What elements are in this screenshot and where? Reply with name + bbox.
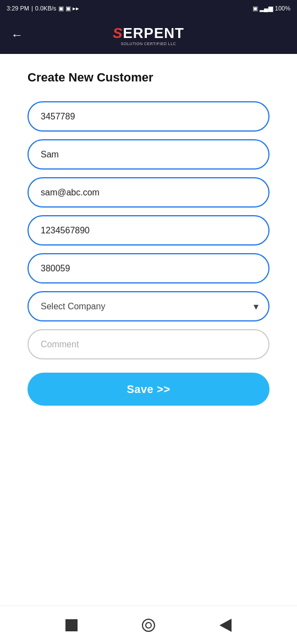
status-signal: ▣ ▂▄▆ — [252, 5, 273, 12]
back-nav-button[interactable] — [216, 615, 235, 635]
logo-s: S — [113, 25, 123, 41]
logo-main: ERPENT — [123, 25, 184, 41]
status-bar: 3:29 PM | 0.0KB/s ▣ ▣ ▸▸ ▣ ▂▄▆ 100% — [0, 0, 297, 17]
status-data: 0.0KB/s — [35, 5, 57, 12]
form-container: Select Company ▾ Save >> — [28, 101, 270, 406]
customer-id-field[interactable] — [28, 101, 270, 132]
save-button[interactable]: Save >> — [28, 373, 270, 406]
company-select-wrapper: Select Company ▾ — [28, 291, 270, 321]
circle-icon — [142, 619, 155, 632]
main-content: Create New Customer Select Company ▾ Sav… — [0, 54, 297, 605]
customer-phone-field[interactable] — [28, 215, 270, 245]
home-button[interactable] — [139, 615, 158, 635]
bottom-nav — [0, 605, 297, 644]
company-select[interactable]: Select Company — [28, 291, 270, 321]
status-network: | — [31, 5, 33, 12]
back-button[interactable]: ← — [11, 29, 23, 41]
logo-text: SERPENT — [113, 25, 184, 42]
status-time: 3:29 PM — [7, 5, 29, 12]
customer-email-field[interactable] — [28, 177, 270, 208]
status-left: 3:29 PM | 0.0KB/s ▣ ▣ ▸▸ — [7, 5, 79, 12]
navbar: ← SERPENT SOLUTION CERTIFIED LLC — [0, 17, 297, 54]
square-icon — [65, 619, 78, 631]
status-battery: 100% — [275, 5, 290, 12]
status-right: ▣ ▂▄▆ 100% — [252, 5, 290, 12]
triangle-icon — [219, 619, 232, 632]
page-title: Create New Customer — [28, 70, 270, 85]
stop-button[interactable] — [62, 615, 81, 635]
logo: SERPENT SOLUTION CERTIFIED LLC — [113, 25, 184, 46]
status-icons: ▣ ▣ ▸▸ — [58, 5, 79, 12]
customer-name-field[interactable] — [28, 139, 270, 170]
customer-code-field[interactable] — [28, 253, 270, 283]
logo-subtitle: SOLUTION CERTIFIED LLC — [113, 42, 184, 46]
comment-field[interactable] — [28, 329, 270, 359]
